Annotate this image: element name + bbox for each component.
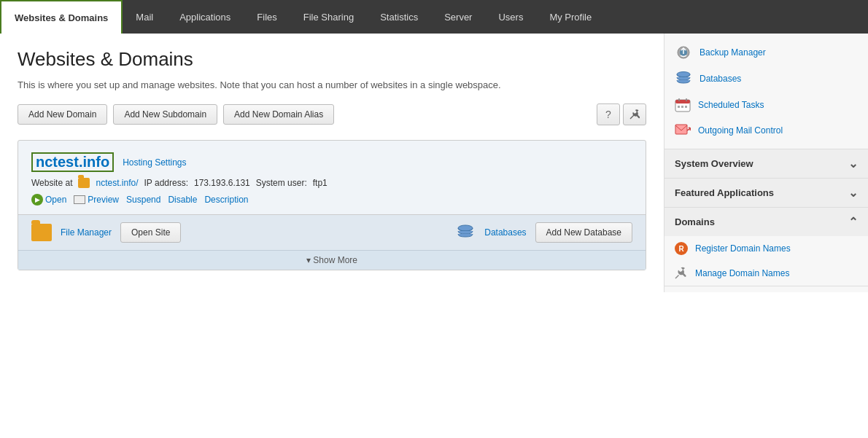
- open-link[interactable]: ▶ Open: [31, 194, 66, 206]
- nav-item-server[interactable]: Server: [431, 0, 485, 34]
- databases-icon: [455, 224, 476, 240]
- add-alias-button[interactable]: Add New Domain Alias: [223, 104, 334, 125]
- outgoing-mail-icon: [675, 124, 691, 137]
- backup-icon: [675, 45, 692, 60]
- outgoing-mail-link[interactable]: Outgoing Mail Control: [698, 125, 783, 136]
- sidebar-tools: Backup Manager Databases: [664, 34, 868, 149]
- register-domain-link[interactable]: Register Domain Names: [695, 243, 791, 254]
- folder-icon: [78, 178, 90, 188]
- ip-value: 173.193.6.131: [194, 178, 250, 188]
- svg-rect-10: [678, 106, 680, 108]
- manage-domain-link[interactable]: Manage Domain Names: [695, 268, 789, 278]
- featured-applications-toggle: ⌄: [848, 186, 858, 200]
- databases-sidebar-icon: [675, 71, 692, 86]
- sidebar-item-backup[interactable]: Backup Manager: [664, 39, 868, 66]
- system-user-value: ftp1: [313, 178, 328, 188]
- add-domain-button[interactable]: Add New Domain: [18, 104, 107, 125]
- domain-header: nctest.info Hosting Settings: [31, 152, 632, 172]
- system-overview-label: System Overview: [675, 158, 753, 169]
- svg-rect-13: [675, 125, 687, 134]
- sidebar-section-system-overview: System Overview ⌄: [664, 149, 868, 179]
- domain-url-link[interactable]: nctest.info/: [96, 178, 138, 188]
- page-description: This is where you set up and manage webs…: [18, 79, 646, 90]
- svg-rect-12: [685, 106, 687, 108]
- domains-label: Domains: [675, 216, 715, 227]
- file-manager-icon: [31, 224, 52, 241]
- page-title: Websites & Domains: [18, 48, 646, 71]
- nav-item-statistics[interactable]: Statistics: [367, 0, 431, 34]
- disable-link[interactable]: Disable: [168, 195, 197, 205]
- nav-item-applications[interactable]: Applications: [166, 0, 244, 34]
- nav-item-filesharing[interactable]: File Sharing: [290, 0, 367, 34]
- website-at-label: Website at: [31, 178, 72, 188]
- sidebar-section-featured: Featured Applications ⌄: [664, 179, 868, 208]
- featured-applications-header[interactable]: Featured Applications ⌄: [664, 179, 868, 207]
- sidebar-item-databases[interactable]: Databases: [664, 66, 868, 92]
- register-domain-icon: R: [675, 242, 688, 255]
- nav-item-files[interactable]: Files: [244, 0, 290, 34]
- hosting-settings-link[interactable]: Hosting Settings: [123, 157, 186, 168]
- nav-item-myprofile[interactable]: My Profile: [536, 0, 605, 34]
- description-link[interactable]: Description: [204, 195, 248, 205]
- wrench-small-icon: [675, 267, 688, 280]
- open-icon: ▶: [31, 194, 43, 206]
- sidebar-item-register-domain[interactable]: R Register Domain Names: [664, 236, 868, 261]
- sidebar-item-outgoing-mail[interactable]: Outgoing Mail Control: [664, 118, 868, 143]
- domains-toggle: ⌃: [848, 215, 858, 229]
- system-overview-toggle: ⌄: [848, 157, 858, 171]
- open-site-button[interactable]: Open Site: [120, 222, 181, 243]
- databases-sidebar-link[interactable]: Databases: [700, 74, 741, 84]
- svg-rect-7: [675, 100, 690, 103]
- sidebar-section-domains: Domains ⌃ R Register Domain Names Manage…: [664, 208, 868, 286]
- preview-icon: [74, 195, 85, 204]
- wrench-button[interactable]: [623, 103, 646, 125]
- domain-tools: File Manager Open Site Databases Add New…: [18, 214, 646, 250]
- svg-line-15: [675, 275, 679, 279]
- top-navigation: Websites & Domains Mail Applications Fil…: [0, 0, 868, 34]
- domain-info: Website at nctest.info/ IP address: 173.…: [31, 178, 632, 188]
- svg-rect-11: [681, 106, 683, 108]
- sidebar-item-manage-domain[interactable]: Manage Domain Names: [664, 261, 868, 286]
- nav-item-mail[interactable]: Mail: [123, 0, 166, 34]
- scheduled-tasks-link[interactable]: Scheduled Tasks: [698, 100, 764, 110]
- system-user-label: System user:: [256, 178, 307, 188]
- featured-applications-label: Featured Applications: [675, 187, 774, 198]
- nav-item-users[interactable]: Users: [485, 0, 536, 34]
- action-buttons-row: Add New Domain Add New Subdomain Add New…: [18, 103, 646, 125]
- ip-label: IP address:: [144, 178, 188, 188]
- show-more-button[interactable]: ▾ Show More: [18, 250, 646, 270]
- calendar-icon: [675, 98, 691, 112]
- system-overview-header[interactable]: System Overview ⌄: [664, 149, 868, 178]
- domains-header[interactable]: Domains ⌃: [664, 208, 868, 236]
- left-panel: Websites & Domains This is where you set…: [0, 34, 664, 292]
- domain-name-link[interactable]: nctest.info: [31, 152, 114, 172]
- file-manager-link[interactable]: File Manager: [61, 227, 112, 238]
- databases-link[interactable]: Databases: [484, 227, 526, 238]
- sidebar-item-scheduled[interactable]: Scheduled Tasks: [664, 92, 868, 118]
- domain-box: nctest.info Hosting Settings Website at …: [18, 140, 646, 270]
- right-sidebar: Backup Manager Databases: [664, 34, 868, 292]
- preview-link[interactable]: Preview: [74, 195, 119, 205]
- help-button[interactable]: ?: [597, 103, 620, 125]
- add-database-button[interactable]: Add New Database: [535, 222, 632, 243]
- svg-point-5: [677, 72, 690, 77]
- suspend-link[interactable]: Suspend: [126, 195, 160, 205]
- svg-line-0: [630, 115, 634, 119]
- manage-domain-icon: [675, 267, 688, 280]
- toolbar-icons: ?: [597, 103, 646, 125]
- wrench-icon: [629, 109, 640, 120]
- domain-actions: ▶ Open Preview Suspend Disable Descripti…: [31, 194, 632, 206]
- main-content: Websites & Domains This is where you set…: [0, 34, 868, 292]
- backup-manager-link[interactable]: Backup Manager: [700, 47, 766, 58]
- add-subdomain-button[interactable]: Add New Subdomain: [113, 104, 217, 125]
- nav-item-websites[interactable]: Websites & Domains: [0, 0, 123, 34]
